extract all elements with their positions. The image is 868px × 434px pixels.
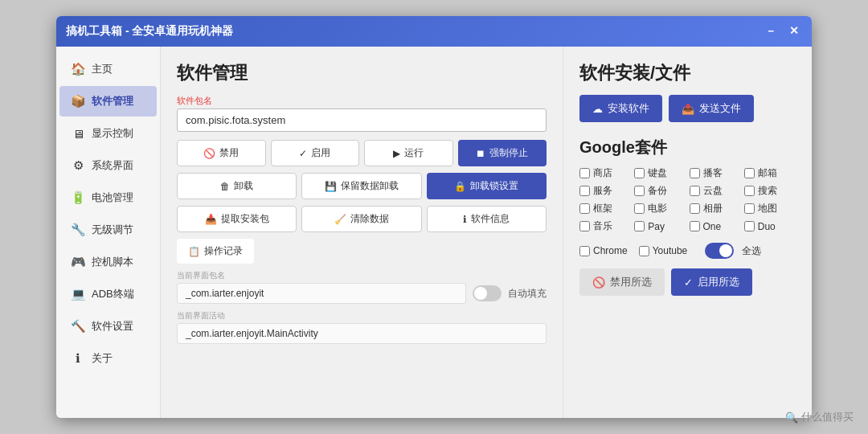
auto-fill-row: _com.iarter.enjoyit 自动填充	[177, 283, 547, 304]
pkg-input[interactable]	[177, 108, 547, 132]
uninstall-button[interactable]: 🗑 卸载	[177, 173, 297, 199]
install-buttons: ☁ 安装软件 📤 发送文件	[579, 95, 796, 122]
google-select-all: 全选	[705, 243, 761, 259]
run-button[interactable]: ▶ 运行	[364, 140, 453, 166]
youtube-checkbox[interactable]	[639, 246, 649, 256]
disable-button[interactable]: 🚫 禁用	[177, 140, 266, 166]
close-button[interactable]: ✕	[786, 24, 802, 39]
uninstall-keep-label: 保留数据卸载	[341, 179, 399, 193]
google-item-player: 播客	[690, 166, 741, 180]
disable-all-label: 禁用所选	[610, 275, 652, 289]
checkbox-duo[interactable]	[744, 221, 755, 231]
action-row-1: 🚫 禁用 ✓ 启用 ▶ 运行 ⏹ 强制停止	[177, 140, 547, 166]
checkbox-store[interactable]	[579, 168, 590, 178]
extract-icon: 📥	[205, 214, 217, 225]
log-label: 操作记录	[204, 244, 243, 258]
auto-fill-label: 自动填充	[508, 287, 547, 301]
install-software-button[interactable]: ☁ 安装软件	[579, 95, 662, 122]
watermark-icon: 🔍	[785, 411, 798, 424]
auto-fill-toggle[interactable]	[473, 285, 502, 301]
watermark-text: 什么值得买	[801, 410, 854, 424]
disable-all-icon: 🚫	[592, 276, 605, 289]
sidebar-item-macro[interactable]: 🎮控机脚本	[59, 247, 157, 277]
log-button[interactable]: 📋 操作记录	[177, 239, 254, 264]
force-stop-icon: ⏹	[476, 148, 485, 159]
checkbox-keyboard[interactable]	[634, 168, 645, 178]
google-item-movies: 电影	[634, 202, 686, 215]
chrome-checkbox[interactable]	[579, 246, 590, 256]
clear-label: 清除数据	[350, 212, 389, 226]
google-item-mail: 邮箱	[744, 166, 796, 180]
checkbox-service[interactable]	[579, 186, 590, 196]
sidebar-icon-settings: 🔨	[71, 319, 85, 334]
extract-apk-button[interactable]: 📥 提取安装包	[177, 206, 297, 232]
install-icon: ☁	[592, 103, 603, 115]
checkbox-movies[interactable]	[634, 203, 645, 214]
uninstall-settings-button[interactable]: 🔒 卸载锁设置	[427, 173, 547, 199]
install-title: 软件安装/文件	[579, 61, 796, 85]
checkbox-one[interactable]	[690, 221, 700, 231]
sidebar-label-system: 系统界面	[92, 158, 133, 173]
force-stop-button[interactable]: ⏹ 强制停止	[458, 140, 547, 166]
action-row-3: 📥 提取安装包 🧹 清除数据 ℹ 软件信息	[177, 206, 547, 232]
sidebar-item-about[interactable]: ℹ关于	[59, 343, 157, 374]
action-row-2: 🗑 卸载 💾 保留数据卸载 🔒 卸载锁设置	[177, 173, 547, 199]
sidebar-item-system[interactable]: ⚙系统界面	[59, 150, 157, 181]
checkbox-music[interactable]	[579, 221, 590, 231]
uninstall-keep-button[interactable]: 💾 保留数据卸载	[301, 173, 421, 199]
sidebar-item-display[interactable]: 🖥显示控制	[59, 118, 157, 149]
checkbox-photos[interactable]	[690, 203, 700, 214]
checkbox-mail[interactable]	[744, 168, 755, 178]
clear-data-button[interactable]: 🧹 清除数据	[301, 206, 421, 232]
checkbox-search[interactable]	[744, 186, 755, 196]
checkbox-framework[interactable]	[579, 203, 590, 214]
pkg-label: 软件包名	[177, 95, 547, 107]
label-movies: 电影	[648, 202, 667, 215]
sidebar-label-adb: ADB终端	[92, 287, 134, 301]
label-music: 音乐	[593, 219, 612, 233]
sidebar-label-tune: 无级调节	[92, 223, 133, 237]
checkbox-drive[interactable]	[690, 186, 700, 196]
current-pkg-value: _com.iarter.enjoyit	[177, 283, 466, 304]
google-item-maps: 地图	[744, 202, 796, 215]
google-last-row: Chrome Youtube 全选	[579, 243, 796, 259]
send-icon: 📤	[682, 103, 694, 115]
google-item-pay: Pay	[634, 219, 686, 233]
label-photos: 相册	[703, 202, 723, 215]
app-info-button[interactable]: ℹ 软件信息	[427, 206, 547, 232]
sidebar-item-settings[interactable]: 🔨软件设置	[59, 311, 157, 342]
enable-button[interactable]: ✓ 启用	[271, 140, 360, 166]
select-all-toggle[interactable]	[705, 243, 734, 259]
sidebar-item-tune[interactable]: 🔧无级调节	[59, 215, 157, 245]
enable-all-icon: ✓	[684, 276, 693, 289]
sidebar-icon-macro: 🎮	[71, 255, 85, 269]
run-icon: ▶	[393, 148, 400, 159]
disable-all-button[interactable]: 🚫 禁用所选	[579, 268, 665, 296]
send-file-button[interactable]: 📤 发送文件	[669, 95, 754, 122]
checkbox-maps[interactable]	[744, 203, 755, 214]
checkbox-player[interactable]	[690, 168, 700, 178]
google-item-youtube: Youtube	[639, 245, 688, 256]
label-keyboard: 键盘	[648, 166, 667, 180]
youtube-label: Youtube	[653, 245, 688, 256]
sidebar-item-home[interactable]: 🏠主页	[59, 54, 157, 84]
current-pkg-label: 当前界面包名	[177, 270, 547, 281]
enable-all-button[interactable]: ✓ 启用所选	[671, 268, 752, 296]
sidebar: 🏠主页📦软件管理🖥显示控制⚙系统界面🔋电池管理🔧无级调节🎮控机脚本💻ADB终端🔨…	[56, 47, 161, 418]
minimize-button[interactable]: －	[762, 24, 780, 39]
uninstall-icon: 🗑	[220, 181, 230, 192]
sidebar-item-battery[interactable]: 🔋电池管理	[59, 182, 157, 213]
sidebar-item-adb[interactable]: 💻ADB终端	[59, 279, 157, 309]
current-activity-value: _com.iarter.enjoyit.MainActivity	[177, 323, 547, 344]
google-item-photos: 相册	[690, 202, 741, 215]
sidebar-item-software[interactable]: 📦软件管理	[59, 86, 157, 117]
google-item-duo: Duo	[744, 219, 796, 233]
page-title: 软件管理	[177, 61, 547, 85]
checkbox-pay[interactable]	[634, 221, 645, 231]
checkbox-backup[interactable]	[634, 186, 645, 196]
google-item-drive: 云盘	[690, 184, 741, 198]
label-mail: 邮箱	[758, 166, 777, 180]
chrome-label: Chrome	[593, 245, 628, 256]
sidebar-label-software: 软件管理	[92, 94, 133, 108]
disable-label: 禁用	[219, 146, 239, 160]
